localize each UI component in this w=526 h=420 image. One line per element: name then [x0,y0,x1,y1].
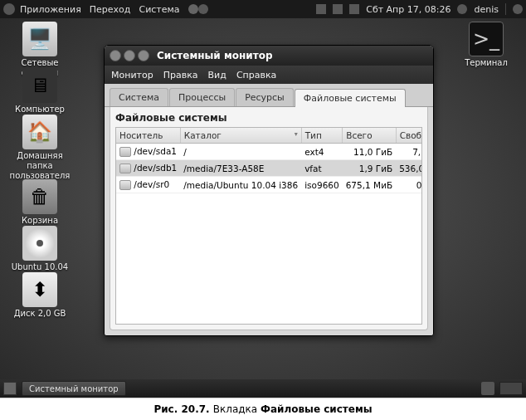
window-close-button[interactable] [110,50,121,61]
help-icon[interactable] [198,4,208,14]
menu-system[interactable]: Система [139,4,179,15]
table-header-row: Носитель Каталог Тип Всего Свободно Дост… [116,128,422,144]
firefox-icon[interactable] [188,4,198,14]
col-directory[interactable]: Каталог [180,128,301,144]
window-menubar: Монитор Правка Вид Справка [105,66,433,84]
desktop-icon-usb[interactable]: ⬍ Диск 2,0 GB [7,272,73,319]
dvd-icon [22,226,57,261]
filesystem-table: Носитель Каталог Тип Всего Свободно Дост… [116,128,422,193]
cell-type: ext4 [301,144,343,160]
desktop-icon-trash[interactable]: 🗑 Корзина [7,179,73,226]
figure-caption: Рис. 20.7. Вкладка Файловые системы [0,398,526,420]
tab-system[interactable]: Система [110,88,168,106]
caption-bold: Файловые системы [261,403,373,415]
tab-resources[interactable]: Ресурсы [236,88,294,106]
tab-processes[interactable]: Процессы [169,88,235,106]
panel-title: Файловые системы [115,112,422,124]
terminal-icon: >_ [469,22,504,56]
drive-icon [119,147,131,157]
titlebar[interactable]: Системный монитор [105,46,433,66]
cell-directory: /media/7E33-A58E [180,160,301,177]
home-folder-icon: 🏠 [22,115,57,149]
drive-icon [119,180,131,190]
cell-free: 7,2 ГиБ [396,144,422,160]
cell-device: /dev/sdb1 [116,160,180,177]
desktop-icon-label: Диск 2,0 GB [7,309,73,319]
window-maximize-button[interactable] [138,50,149,61]
col-total[interactable]: Всего [343,128,396,144]
volume-icon[interactable] [333,4,343,14]
bottom-panel: Системный монитор [0,379,526,398]
window-minimize-button[interactable] [124,50,135,61]
trash-icon: 🗑 [22,179,57,214]
task-button-system-monitor[interactable]: Системный монитор [22,381,126,396]
table-row[interactable]: /dev/sda1/ext411,0 ГиБ7,2 ГиБ6,6 ГиБ3 [116,144,422,160]
menu-applications[interactable]: Приложения [20,4,81,15]
col-type[interactable]: Тип [301,128,343,144]
cell-type: vfat [301,160,343,177]
cell-free: 0 байт [396,177,422,193]
distributor-logo-icon[interactable] [3,3,15,15]
cell-type: iso9660 [301,177,343,193]
clock[interactable]: Сбт Апр 17, 08:26 [366,4,451,15]
tab-filesystems[interactable]: Файловые системы [295,89,406,107]
desktop-icon-computer[interactable]: 🖥 Компьютер [7,68,73,115]
menu-places[interactable]: Переход [90,4,131,15]
show-desktop-button[interactable] [3,382,17,395]
updates-icon[interactable] [316,4,326,14]
separator [505,3,506,15]
user-icon[interactable] [457,4,467,14]
caption-prefix: Рис. 20.7. [153,403,212,415]
desktop-icon-label: Терминал [453,58,519,68]
table-row[interactable]: /dev/sdb1/media/7E33-A58Evfat1,9 ГиБ536,… [116,160,422,177]
mail-icon[interactable] [349,4,359,14]
computer-icon: 🖥 [22,68,57,103]
task-button-label: Системный монитор [29,384,119,393]
cell-total: 1,9 ГиБ [343,160,396,177]
col-free[interactable]: Свободно [396,128,422,144]
cell-total: 675,1 МиБ [343,177,396,193]
caption-plain: Вкладка [213,403,261,415]
desktop[interactable]: 🖥️ Сетевые серверы 🖥 Компьютер 🏠 Домашня… [0,18,526,381]
menu-view[interactable]: Вид [208,70,226,81]
user-label[interactable]: denis [474,4,499,15]
col-device[interactable]: Носитель [116,128,180,144]
cell-free: 536,0 МиБ [396,160,422,177]
drive-icon [119,164,131,173]
menu-edit[interactable]: Правка [163,70,198,81]
desktop-icon-terminal[interactable]: >_ Терминал [453,22,519,68]
desktop-icon-label: Корзина [7,216,73,226]
cell-device: /dev/sda1 [116,144,180,160]
trash-applet-icon[interactable] [481,382,494,395]
system-monitor-window: Системный монитор Монитор Правка Вид Спр… [104,45,434,336]
filesystem-table-container[interactable]: Носитель Каталог Тип Всего Свободно Дост… [115,127,422,325]
cell-total: 11,0 ГиБ [343,144,396,160]
tabstrip: Система Процессы Ресурсы Файловые систем… [105,84,433,107]
top-menubar: Приложения Переход Система Сбт Апр 17, 0… [0,0,526,18]
cell-directory: /media/Ubuntu 10.04 i386 [180,177,301,193]
shutdown-icon[interactable] [513,4,523,14]
folder-icon: 🖥️ [22,22,57,56]
table-row[interactable]: /dev/sr0/media/Ubuntu 10.04 i386iso96606… [116,177,422,193]
usb-icon: ⬍ [22,272,57,307]
desktop-icon-label: Компьютер [7,105,73,115]
window-title: Системный монитор [157,50,273,61]
menu-help[interactable]: Справка [236,70,276,81]
filesystems-panel: Файловые системы Носитель Каталог Тип Вс… [110,107,428,330]
menu-monitor[interactable]: Монитор [111,70,153,81]
workspace-switcher[interactable] [499,382,523,395]
cell-directory: / [180,144,301,160]
cell-device: /dev/sr0 [116,177,180,193]
